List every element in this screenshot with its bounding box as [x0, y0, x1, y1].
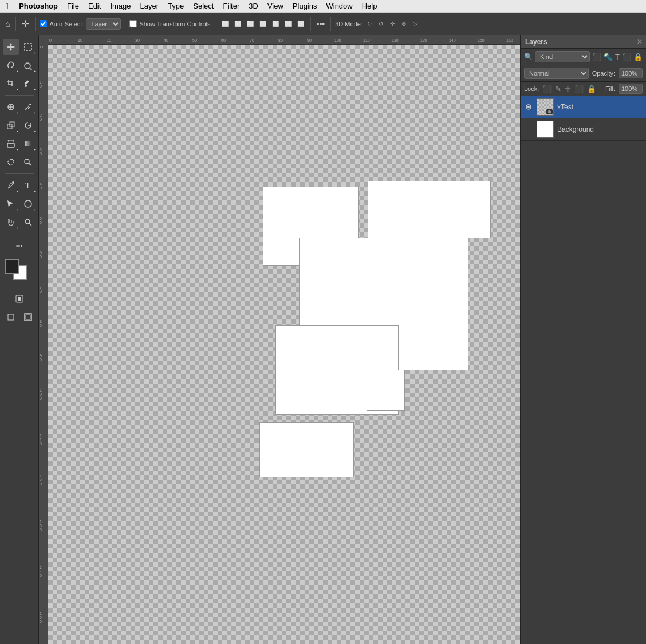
tool-row-2: ▸ ▸	[0, 56, 38, 74]
home-button[interactable]: ⌂	[3, 18, 11, 30]
layer-thumbnail-background	[537, 121, 554, 138]
move-tool-icon[interactable]: ✛	[20, 17, 31, 31]
transform-controls-checkbox[interactable]	[129, 20, 137, 27]
filter-shape-button[interactable]: ⬛	[622, 53, 631, 61]
canvas-rect-6	[259, 422, 354, 477]
quick-mask-button[interactable]	[11, 291, 27, 307]
fill-input[interactable]	[619, 84, 643, 94]
blur-tool-button[interactable]	[3, 154, 19, 170]
lasso-tool-button[interactable]: ▸	[3, 57, 19, 73]
more-options-button[interactable]: •••	[315, 18, 327, 30]
clone-tool-button[interactable]: ▸	[3, 117, 19, 133]
distribute-button[interactable]: ⬜	[295, 19, 306, 29]
layers-kind-dropdown[interactable]: Kind Name Effect Mode Attribute Color Sm…	[535, 51, 590, 62]
opacity-input[interactable]	[619, 68, 643, 78]
crop-tool-button[interactable]: ▸	[3, 76, 19, 92]
layer-visibility-xtest[interactable]	[524, 102, 533, 112]
align-bottom-edges-button[interactable]: ⬜	[282, 19, 294, 29]
transform-controls-label: Show Transform Controls	[139, 21, 210, 27]
layers-filter-icons: ⬛ 🔦 T ⬛ 🔒	[592, 53, 643, 61]
eyedropper-tool-button[interactable]: ▸	[20, 76, 36, 92]
layers-panel-close-button[interactable]: ✕	[637, 38, 643, 46]
menu-help[interactable]: Help	[357, 1, 382, 11]
spot-heal-tool-button[interactable]: ▸	[3, 99, 19, 115]
align-left-edges-button[interactable]: ⬜	[219, 19, 231, 29]
layer-name-xtest: xTest	[557, 103, 643, 111]
align-right-edges-button[interactable]: ⬜	[245, 19, 256, 29]
eraser-tool-button[interactable]: ▸	[3, 136, 19, 152]
color-area	[0, 255, 38, 285]
menu-view[interactable]: View	[263, 1, 288, 11]
tool-row-10: ▸	[0, 213, 38, 231]
hand-tool-button[interactable]: ▸	[3, 214, 19, 230]
lock-label: Lock:	[524, 85, 539, 92]
tool-row-6: ▸ ▸	[0, 135, 38, 153]
layer-thumbnail-xtest: ⊕	[537, 98, 554, 116]
foreground-color-swatch[interactable]	[5, 259, 19, 274]
menu-filter[interactable]: Filter	[218, 1, 244, 11]
layer-visibility-background[interactable]	[524, 125, 533, 134]
toolbar-separator-6	[330, 17, 331, 31]
svg-point-27	[527, 106, 530, 108]
pen-tool-button[interactable]: ▸	[3, 177, 19, 193]
lock-artboard-button[interactable]: ⬛	[574, 85, 584, 93]
align-vertical-center-button[interactable]: ⬜	[270, 19, 281, 29]
toolbar-separator-2	[35, 17, 36, 31]
layers-lock-row: Lock: ⬛ ✎ ✛ ⬛ 🔒 Fill:	[521, 82, 646, 96]
canvas-viewport[interactable]	[48, 45, 520, 644]
menu-type[interactable]: Type	[163, 1, 188, 11]
path-select-button[interactable]: ▸	[3, 196, 19, 212]
threed-roll-button[interactable]: ↺	[376, 19, 385, 29]
auto-select-dropdown[interactable]: Layer Group	[86, 18, 121, 30]
threed-scale-button[interactable]: ▷	[411, 19, 420, 29]
menu-layer[interactable]: Layer	[136, 1, 164, 11]
extra-tools-button[interactable]: •••	[11, 238, 27, 254]
align-horizontal-center-button[interactable]: ⬜	[232, 19, 243, 29]
svg-rect-5	[24, 80, 29, 85]
canvas-area[interactable]: Untitled-1 @ 50% (xTest, RGB/8) * 0 10 2…	[39, 35, 520, 644]
artboard-tool-button[interactable]	[3, 309, 19, 325]
menu-window[interactable]: Window	[321, 1, 357, 11]
color-swatches	[5, 259, 27, 280]
move-tool-button[interactable]	[3, 39, 19, 55]
menu-select[interactable]: Select	[188, 1, 218, 11]
menu-edit[interactable]: Edit	[84, 1, 105, 11]
apple-menu[interactable]: 	[0, 2, 14, 11]
lock-all-button[interactable]: 🔒	[587, 85, 596, 93]
filter-type-button[interactable]: T	[615, 53, 620, 61]
menu-plugins[interactable]: Plugins	[288, 1, 322, 11]
layer-item-background[interactable]: Background	[521, 118, 646, 141]
filter-pixel-button[interactable]: ⬛	[592, 53, 601, 61]
menu-photoshop[interactable]: Photoshop	[14, 1, 62, 11]
menu-image[interactable]: Image	[105, 1, 135, 11]
align-top-edges-button[interactable]: ⬜	[257, 19, 269, 29]
filter-smart-object-button[interactable]: 🔒	[633, 53, 643, 61]
dots-row: •••	[0, 236, 38, 255]
lock-position-button[interactable]: ✛	[565, 85, 571, 93]
history-brush-button[interactable]: ▸	[20, 117, 36, 133]
layers-search-icon[interactable]: 🔍	[524, 53, 533, 61]
menu-3d[interactable]: 3D	[244, 1, 263, 11]
shape-tool-button[interactable]: ▸	[20, 196, 36, 212]
tool-divider-2	[5, 173, 34, 174]
menu-file[interactable]: File	[62, 1, 84, 11]
threed-orbit-button[interactable]: ↻	[365, 19, 374, 29]
blend-mode-dropdown[interactable]: Normal Dissolve Multiply Screen Overlay	[524, 68, 589, 79]
threed-pan-button[interactable]: ✛	[388, 19, 397, 29]
dodge-tool-button[interactable]	[20, 154, 36, 170]
frame-tool-button[interactable]	[20, 309, 36, 325]
lock-pixels-button[interactable]: ⬛	[542, 85, 552, 93]
marquee-tool-button[interactable]: ▸	[20, 39, 36, 55]
auto-select-checkbox[interactable]	[40, 20, 47, 27]
tool-row-8: ▸ T ▸	[0, 176, 38, 195]
toolbar-separator-1	[15, 17, 16, 31]
zoom-tool-button[interactable]	[20, 214, 36, 230]
threed-slide-button[interactable]: ⊕	[399, 19, 408, 29]
layer-item-xtest[interactable]: ⊕ xTest	[521, 96, 646, 118]
brush-tool-button[interactable]: ▸	[20, 99, 36, 115]
filter-adjustment-button[interactable]: 🔦	[604, 53, 613, 61]
quick-select-tool-button[interactable]: ▸	[20, 57, 36, 73]
lock-image-button[interactable]: ✎	[555, 85, 561, 93]
gradient-tool-button[interactable]: ▸	[20, 136, 36, 152]
text-tool-button[interactable]: T ▸	[20, 177, 36, 193]
